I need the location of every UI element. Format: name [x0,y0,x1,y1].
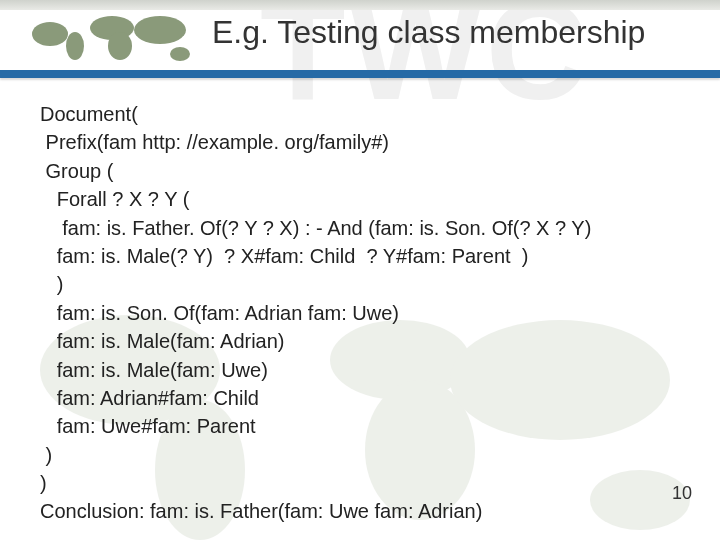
svg-point-3 [108,32,132,60]
svg-point-4 [134,16,186,44]
code-line: fam: is. Male(? Y) ? X#fam: Child ? Y#fa… [40,242,680,270]
page-number: 10 [672,483,692,504]
world-map-icon [20,6,200,66]
code-line: Forall ? X ? Y ( [40,185,680,213]
code-line: ) [40,441,680,469]
code-line: fam: Uwe#fam: Parent [40,412,680,440]
svg-point-5 [170,47,190,61]
code-line: Group ( [40,157,680,185]
svg-point-1 [66,32,84,60]
code-line: ) [40,270,680,298]
code-line: fam: is. Male(fam: Uwe) [40,356,680,384]
code-line: Prefix(fam http: //example. org/family#) [40,128,680,156]
code-line: fam: is. Son. Of(fam: Adrian fam: Uwe) [40,299,680,327]
header-divider [0,70,720,78]
code-line: fam: is. Male(fam: Adrian) [40,327,680,355]
svg-point-0 [32,22,68,46]
slide-header: E.g. Testing class membership [0,0,720,74]
code-line: fam: is. Father. Of(? Y ? X) : - And (fa… [40,214,680,242]
code-line: ) [40,469,680,497]
slide-title: E.g. Testing class membership [212,14,645,51]
code-block: Document( Prefix(fam http: //example. or… [40,100,680,526]
code-line: Conclusion: fam: is. Father(fam: Uwe fam… [40,497,680,525]
code-line: Document( [40,100,680,128]
code-line: fam: Adrian#fam: Child [40,384,680,412]
